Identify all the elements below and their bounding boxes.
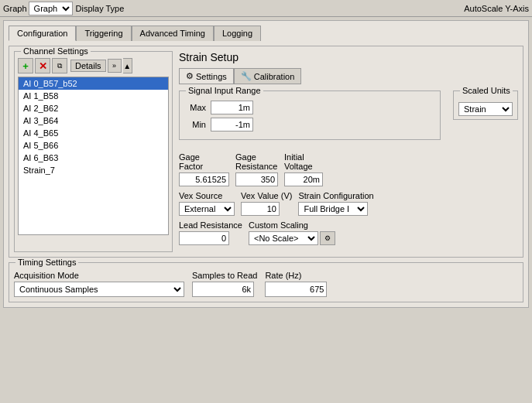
channel-item[interactable]: AI 4_B65: [19, 127, 168, 139]
channel-item[interactable]: Strain_7: [19, 164, 168, 176]
timing-settings-legend: Timing Settings: [15, 258, 78, 267]
graph-label: Graph: [3, 4, 27, 13]
timing-settings-group: Timing Settings Acquisition Mode Continu…: [9, 262, 523, 302]
max-input[interactable]: [211, 101, 253, 114]
add-channel-button[interactable]: +: [18, 58, 33, 73]
custom-scaling-block: Custom Scaling <No Scale> ⚙: [249, 220, 335, 245]
lead-resistance-block: Lead Resistance: [179, 220, 242, 245]
tabs-row: Configuration Triggering Advanced Timing…: [9, 26, 523, 41]
rate-label: Rate (Hz): [265, 271, 327, 280]
outer-panel: Configuration Triggering Advanced Timing…: [3, 20, 529, 308]
channel-list[interactable]: AI 0_B57_b52 AI 1_B58 AI 2_B62 AI 3_B64 …: [18, 77, 169, 235]
display-type-label: Display Type: [76, 4, 125, 13]
vex-value-block: Vex Value (V): [241, 191, 292, 216]
scaled-units-legend: Scaled Units: [460, 86, 513, 95]
max-label: Max: [184, 103, 206, 112]
strain-config-block: Strain Configuration Full Bridge I: [298, 191, 373, 216]
tab-configuration[interactable]: Configuration: [9, 26, 76, 41]
custom-scaling-label: Custom Scaling: [249, 220, 335, 230]
samples-to-read-input[interactable]: [192, 282, 254, 297]
tab-triggering[interactable]: Triggering: [76, 26, 131, 41]
strain-config-label: Strain Configuration: [298, 191, 373, 200]
initial-voltage-label: InitialVoltage: [284, 152, 323, 171]
strain-tabs: ⚙ Settings 🔧 Calibration: [179, 68, 518, 84]
samples-to-read-block: Samples to Read: [192, 271, 257, 297]
expand-button[interactable]: »: [108, 59, 122, 73]
gage-factor-input[interactable]: [179, 172, 229, 186]
calibration-icon: 🔧: [241, 71, 252, 81]
gage-resistance-label: GageResistance: [235, 152, 278, 171]
strain-title: Strain Setup: [179, 51, 518, 63]
delete-channel-button[interactable]: ✕: [35, 58, 50, 73]
rate-block: Rate (Hz): [265, 271, 327, 297]
channel-settings-group: Channel Settings + ✕ ⧉ Details »: [14, 51, 173, 252]
gage-factor-block: GageFactor: [179, 152, 229, 186]
samples-to-read-label: Samples to Read: [192, 271, 257, 280]
initial-voltage-block: InitialVoltage: [284, 152, 323, 186]
gage-resistance-input[interactable]: [235, 172, 278, 186]
vex-source-label: Vex Source: [179, 191, 235, 200]
acquisition-mode-block: Acquisition Mode Continuous Samples: [14, 271, 184, 297]
rate-input[interactable]: [265, 282, 327, 297]
channel-item[interactable]: AI 2_B62: [19, 102, 168, 114]
params-row-1: GageFactor GageResistance InitialVoltage: [179, 152, 518, 186]
settings-icon: ⚙: [186, 71, 194, 81]
vex-source-select[interactable]: External: [179, 202, 235, 216]
autoscale-label: AutoScale Y-Axis: [464, 4, 529, 13]
tab-logging[interactable]: Logging: [214, 26, 261, 41]
channel-item[interactable]: AI 5_B66: [19, 139, 168, 152]
channel-toolbar: + ✕ ⧉ Details » ▲: [18, 58, 169, 73]
settings-tab-label: Settings: [196, 72, 227, 81]
content-area: Channel Settings + ✕ ⧉ Details »: [9, 46, 523, 258]
vex-value-label: Vex Value (V): [241, 191, 292, 200]
strain-tab-calibration[interactable]: 🔧 Calibration: [234, 68, 302, 84]
vex-source-block: Vex Source External: [179, 191, 235, 216]
channel-item[interactable]: AI 0_B57_b52: [19, 77, 168, 90]
channel-settings-legend: Channel Settings: [21, 46, 91, 56]
acquisition-mode-select[interactable]: Continuous Samples: [14, 282, 184, 297]
lead-resistance-input[interactable]: [179, 231, 229, 245]
scaled-units-group: Scaled Units Strain: [453, 91, 518, 120]
graph-select[interactable]: Graph: [29, 2, 73, 15]
channel-item[interactable]: AI 3_B64: [19, 114, 168, 127]
gage-resistance-block: GageResistance: [235, 152, 278, 186]
custom-scaling-edit-button[interactable]: ⚙: [320, 231, 335, 245]
strain-setup: Strain Setup ⚙ Settings 🔧 Calibration: [179, 51, 518, 252]
min-label: Min: [184, 120, 206, 129]
main-content: Configuration Triggering Advanced Timing…: [0, 17, 532, 311]
top-bar: Graph Graph Display Type AutoScale Y-Axi…: [0, 0, 532, 17]
acquisition-mode-label: Acquisition Mode: [14, 271, 184, 280]
copy-channel-button[interactable]: ⧉: [52, 58, 67, 73]
channel-item[interactable]: AI 6_B63: [19, 152, 168, 164]
params-row-3: Lead Resistance Custom Scaling <No Scale…: [179, 220, 518, 245]
details-button[interactable]: Details: [70, 60, 106, 72]
min-input[interactable]: [211, 118, 253, 131]
strain-tab-settings[interactable]: ⚙ Settings: [179, 68, 234, 84]
strain-config-select[interactable]: Full Bridge I: [298, 202, 368, 216]
scroll-up-button[interactable]: ▲: [123, 58, 132, 73]
signal-input-range-group: Signal Input Range Max Min: [179, 91, 441, 140]
calibration-tab-label: Calibration: [254, 72, 295, 81]
channel-item[interactable]: AI 1_B58: [19, 90, 168, 102]
signal-input-range-legend: Signal Input Range: [186, 86, 263, 95]
gage-factor-label: GageFactor: [179, 152, 229, 171]
custom-scaling-select[interactable]: <No Scale>: [249, 231, 318, 245]
lead-resistance-label: Lead Resistance: [179, 220, 242, 230]
scaled-units-select[interactable]: Strain: [458, 102, 513, 116]
params-row-2: Vex Source External Vex Value (V) Strain…: [179, 191, 518, 216]
initial-voltage-input[interactable]: [284, 172, 323, 186]
timing-row: Acquisition Mode Continuous Samples Samp…: [14, 271, 518, 297]
vex-value-input[interactable]: [241, 202, 280, 216]
tab-advanced-timing[interactable]: Advanced Timing: [132, 26, 214, 41]
